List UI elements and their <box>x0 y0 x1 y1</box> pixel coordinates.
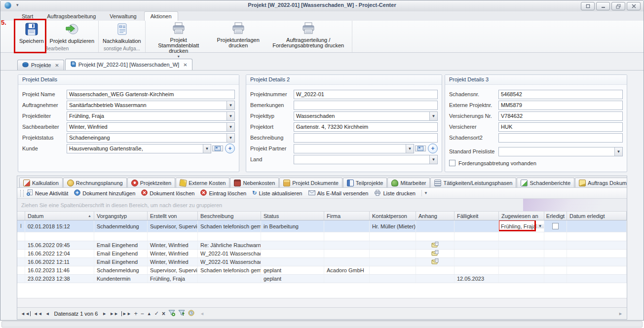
table-row-empty[interactable] <box>17 232 627 241</box>
projekt-partner-combo[interactable]: ▼ <box>294 144 414 153</box>
table-row[interactable]: 16.06.2022 12:11 Email Eingehend Winter,… <box>17 258 627 266</box>
table-row[interactable]: 23.02.2023 12:38 Kundentermin Frühling, … <box>17 275 627 283</box>
schadensnr-input[interactable]: 5468542 <box>498 90 623 99</box>
land-combo[interactable]: ▼ <box>294 155 438 164</box>
open-kunde-card-button[interactable] <box>212 146 223 151</box>
duplicate-project-button[interactable]: Projekt duplizieren <box>47 21 98 45</box>
next-record-button[interactable]: ► <box>102 311 107 316</box>
print-projektunterlagen-button[interactable]: Projektunterlagen drucken <box>211 21 266 59</box>
delete-entry-button[interactable]: Eintrag löschen <box>200 189 246 197</box>
restore-button[interactable] <box>611 2 625 10</box>
tab-auftrags-dokumente[interactable]: Auftrags Dokumente <box>575 178 627 187</box>
externe-projektnr-input[interactable]: MM5879 <box>498 101 623 110</box>
column-header-zugewiesen-an[interactable]: Zugewiesen an <box>499 212 544 220</box>
history-icon[interactable] <box>188 310 194 317</box>
column-header-beschreibung[interactable]: Beschreibung <box>198 212 261 220</box>
projekt-name-input[interactable]: Wasserschaden_WEG Gartenstr-Kirchheim <box>67 90 235 99</box>
add-partner-button[interactable]: + <box>428 144 438 153</box>
tab-rechnungsplanung[interactable]: Rechnungsplanung <box>63 178 127 187</box>
versicherer-input[interactable]: HUK <box>498 122 623 132</box>
tab-nebenkosten[interactable]: Nebenkosten <box>230 178 279 187</box>
table-row[interactable]: Ι 02.01.2018 15:12 Schadenmeldung Superv… <box>17 220 627 232</box>
send-email-button[interactable]: Als E-Mail versenden <box>308 190 369 196</box>
close-button[interactable] <box>627 2 641 10</box>
group-by-box[interactable]: Ziehen Sie eine Spaltenüberschrift in di… <box>17 199 627 212</box>
toolbar-overflow-caret-icon[interactable]: ▼ <box>421 190 430 196</box>
table-row[interactable]: 16.02.2023 11:46 Schadenmeldung Supervis… <box>17 266 627 275</box>
fullscreen-button[interactable] <box>581 2 595 10</box>
projektleiter-combo[interactable]: Frühling, Fraja▼ <box>67 111 235 121</box>
close-tab-icon[interactable]: ✕ <box>183 62 187 68</box>
column-header-erledigt[interactable]: Erledigt <box>544 212 567 220</box>
ribbon-tab-verwaltung[interactable]: Verwaltung <box>103 11 143 21</box>
add-document-button[interactable]: Dokument hinzufügen <box>74 189 135 197</box>
print-stammdatenblatt-button[interactable]: Projekt Stammdatenblatt drucken ▾ <box>147 21 211 59</box>
prev-page-button[interactable]: ◄◄ <box>34 311 42 316</box>
ribbon-tab-auftragsbearbeitung[interactable]: Auftragsbearbeitung <box>40 11 102 21</box>
cancel-edit-button[interactable]: × <box>162 310 165 317</box>
table-row[interactable]: 16.06.2022 12:04 Email Eingehend Winter,… <box>17 250 627 258</box>
tab-projekt-dokumente[interactable]: Projekt Dokumente <box>279 178 342 187</box>
column-header-firma[interactable]: Firma <box>324 212 370 220</box>
post-edit-button[interactable]: ✓ <box>154 310 159 317</box>
column-header-faelligkeit[interactable]: Fälligkeit <box>455 212 499 220</box>
hscroll-right-icon[interactable]: ► <box>618 311 623 316</box>
sachbearbeiter-combo[interactable]: Winter, Winfried▼ <box>67 122 235 132</box>
projektstatus-combo[interactable]: Schadeneingang▼ <box>67 133 235 143</box>
standard-preisliste-combo[interactable]: ▼ <box>498 147 623 156</box>
chevron-down-icon[interactable]: ▼ <box>536 224 544 228</box>
beschreibung-input[interactable] <box>294 133 438 143</box>
append-record-button[interactable]: + <box>134 310 138 317</box>
column-header-erstellt-von[interactable]: Erstellt von <box>148 212 198 220</box>
navigator-scroll-left-icon[interactable]: ◄ <box>200 311 204 316</box>
projektort-input[interactable]: Gartenstr. 4, 73230 Kirchheim <box>294 122 438 132</box>
column-header-datum-erledigt[interactable]: Datum erledigt <box>567 212 627 220</box>
tab-schadenberichte[interactable]: Schadenberichte <box>517 178 574 187</box>
close-tab-icon[interactable]: ✕ <box>55 63 59 68</box>
refresh-list-button[interactable]: ↻Liste aktualisieren <box>252 190 302 196</box>
column-header-status[interactable]: Status <box>261 212 324 220</box>
minimize-button[interactable] <box>596 2 610 10</box>
forderungsabtretung-checkbox[interactable] <box>449 160 455 166</box>
delete-record-button[interactable]: − <box>141 310 144 317</box>
bemerkungen-input[interactable] <box>294 101 438 110</box>
column-header-kontaktperson[interactable]: Kontaktperson <box>370 212 416 220</box>
tab-kalkulation[interactable]: Kalkulation <box>19 178 63 187</box>
tab-taetigkeiten[interactable]: Tätigkeiten/Leistungsphasen <box>430 178 516 187</box>
tab-mitarbeiter[interactable]: Mitarbeiter <box>387 178 430 187</box>
prev-record-button[interactable]: ◄ <box>45 311 50 316</box>
save-button[interactable]: Speichern <box>16 21 47 45</box>
column-header-anhang[interactable]: Anhang <box>416 212 455 220</box>
tab-externe-kosten[interactable]: Externe Kosten <box>176 178 229 187</box>
filter-up-icon[interactable] <box>178 310 185 317</box>
ribbon-tab-aktionen[interactable]: Aktionen <box>144 11 178 21</box>
schadensort2-input[interactable] <box>498 133 623 143</box>
ribbon-tab-start[interactable]: Start <box>15 11 39 21</box>
first-record-button[interactable]: ◄◄ <box>21 311 31 316</box>
kunde-combo[interactable]: Hausverwaltung Gartenstraße,▼ <box>67 144 211 153</box>
delete-document-button[interactable]: Dokument löschen <box>141 189 194 197</box>
new-activity-button[interactable]: Neue Aktivität <box>27 189 68 197</box>
versicherungs-nr-input[interactable]: V784632 <box>498 111 623 121</box>
next-page-button[interactable]: ►► <box>110 311 118 316</box>
erledigt-checkbox[interactable] <box>552 223 559 229</box>
open-partner-card-button[interactable] <box>415 146 426 151</box>
last-record-button[interactable]: ►► <box>121 311 131 316</box>
projekttyp-combo[interactable]: Wasserschaden▼ <box>294 111 438 121</box>
print-auftragserteilung-button[interactable]: Auftragserteilung / Forderungsabtretung … <box>266 21 351 59</box>
filter-add-icon[interactable] <box>168 310 175 317</box>
table-row[interactable]: 15.06.2022 09:45 Email Eingehend Winter,… <box>17 241 627 250</box>
zugewiesen-an-editor[interactable]: Frühling, Fraja ▼ 4. <box>499 220 544 232</box>
column-header-datum[interactable]: Datum▲ <box>25 212 94 220</box>
edit-record-button[interactable]: ▲ <box>147 311 152 316</box>
tab-projekt-w2022[interactable]: Projekt [W_2022-01] [Wasserschaden_W] ✕ <box>65 59 192 70</box>
column-header-vorgangstyp[interactable]: Vorgangstyp <box>94 212 148 220</box>
nachkalkulation-button[interactable]: Nachkalkulation <box>100 21 144 45</box>
tab-teilprojekte[interactable]: Teilprojekte <box>343 178 387 187</box>
tab-projekte[interactable]: Projekte ✕ <box>17 60 64 70</box>
tab-projektzeiten[interactable]: Projektzeiten <box>127 178 176 187</box>
auftragnehmer-combo[interactable]: Sanitärfachbetrieb Wassermann▼ <box>67 101 235 110</box>
projektnummer-input[interactable]: W_2022-01 <box>294 90 438 99</box>
print-list-button[interactable]: Liste drucken <box>374 190 415 197</box>
add-kunde-button[interactable]: + <box>225 144 235 153</box>
